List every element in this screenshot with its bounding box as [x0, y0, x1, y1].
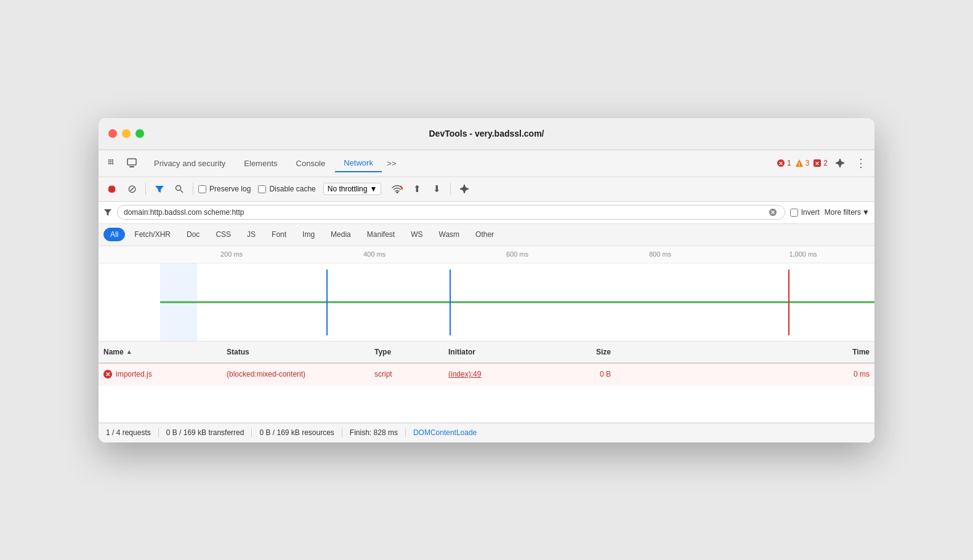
- more-filters-button[interactable]: More filters ▼: [825, 208, 870, 217]
- inspector-icon[interactable]: [123, 154, 140, 172]
- status-resources: 0 B / 169 kB resources: [252, 428, 342, 437]
- timeline-ruler: 200 ms 400 ms 600 ms 800 ms 1,000 ms: [99, 246, 874, 263]
- filter-icon[interactable]: [151, 180, 168, 198]
- col-header-type[interactable]: Type: [369, 348, 443, 356]
- col-header-status[interactable]: Status: [222, 348, 369, 356]
- more-options-icon[interactable]: ⋮: [852, 154, 870, 172]
- svg-rect-7: [110, 163, 111, 164]
- row-filename: imported.js: [116, 370, 152, 378]
- col-header-initiator[interactable]: Initiator: [443, 348, 554, 356]
- filter-type-doc[interactable]: Doc: [180, 228, 206, 241]
- timeline-area[interactable]: 200 ms 400 ms 600 ms 800 ms 1,000 ms: [99, 246, 874, 342]
- row-type: script: [369, 370, 443, 378]
- download-icon[interactable]: ⬇: [428, 180, 445, 198]
- filter-type-media[interactable]: Media: [324, 228, 358, 241]
- preserve-log-label[interactable]: Preserve log: [198, 185, 251, 193]
- filter-type-fetch[interactable]: Fetch/XHR: [127, 228, 177, 241]
- filter-type-img[interactable]: Img: [296, 228, 321, 241]
- svg-rect-8: [112, 163, 113, 164]
- record-button[interactable]: ⏺: [103, 180, 121, 198]
- tab-network[interactable]: Network: [335, 154, 382, 172]
- svg-rect-4: [110, 161, 111, 162]
- svg-rect-9: [127, 159, 136, 165]
- cursor-icon[interactable]: [103, 154, 121, 172]
- filter-type-css[interactable]: CSS: [209, 228, 238, 241]
- separator-2: [193, 183, 193, 195]
- row-time: 0 ms: [616, 370, 874, 378]
- traffic-lights: [108, 129, 144, 138]
- toolbar-settings-icon[interactable]: [456, 180, 473, 198]
- separator-3: [450, 183, 451, 195]
- more-tabs-icon[interactable]: >>: [383, 154, 400, 172]
- svg-text:!: !: [798, 161, 800, 167]
- error-badge: ✕ 1: [777, 159, 791, 167]
- ruler-mark-600: 600 ms: [446, 250, 589, 258]
- wifi-icon[interactable]: [389, 180, 406, 198]
- filter-type-js[interactable]: JS: [240, 228, 262, 241]
- invert-checkbox[interactable]: [790, 209, 798, 217]
- svg-text:✕: ✕: [778, 161, 783, 167]
- svg-point-17: [176, 186, 181, 191]
- ruler-mark-400: 400 ms: [303, 250, 446, 258]
- tab-console[interactable]: Console: [288, 155, 334, 172]
- filter-type-manifest[interactable]: Manifest: [360, 228, 402, 241]
- network-toolbar: ⏺ ⊘ Preserve log Disable cac: [99, 177, 874, 202]
- svg-line-18: [180, 190, 183, 193]
- filter-type-all[interactable]: All: [103, 228, 125, 241]
- table-empty-area: [99, 386, 874, 423]
- filter-type-other[interactable]: Other: [469, 228, 501, 241]
- disable-cache-label[interactable]: Disable cache: [258, 185, 315, 193]
- row-name: ✕ imported.js: [99, 370, 222, 378]
- tab-privacy-security[interactable]: Privacy and security: [145, 155, 234, 172]
- tab-bar: Privacy and security Elements Console Ne…: [99, 150, 874, 177]
- svg-rect-6: [108, 163, 110, 164]
- filter-bar: Invert More filters ▼: [99, 202, 874, 224]
- status-finish: Finish: 828 ms: [342, 428, 406, 437]
- timeline-marker-blue-1: [326, 270, 328, 335]
- filter-clear-icon[interactable]: [767, 207, 778, 218]
- tab-elements[interactable]: Elements: [235, 155, 286, 172]
- throttle-select[interactable]: No throttling ▼: [323, 183, 382, 195]
- svg-rect-5: [112, 161, 113, 162]
- devtools-window: DevTools - very.badssl.com/: [99, 118, 874, 442]
- search-icon[interactable]: [171, 180, 188, 198]
- devtools-panel: Privacy and security Elements Console Ne…: [99, 150, 874, 442]
- status-transferred: 0 B / 169 kB transferred: [159, 428, 252, 437]
- svg-rect-2: [112, 159, 113, 161]
- filter-type-wasm[interactable]: Wasm: [432, 228, 467, 241]
- table-header: Name ▲ Status Type Initiator Size Time: [99, 342, 874, 364]
- maximize-button[interactable]: [135, 129, 144, 138]
- svg-point-19: [397, 192, 398, 193]
- svg-rect-0: [108, 159, 110, 161]
- svg-rect-1: [110, 159, 111, 161]
- info-badge: ✕ 2: [813, 159, 828, 167]
- status-domcontent: DOMContentLoade: [406, 428, 484, 437]
- col-header-time[interactable]: Time: [616, 348, 874, 356]
- sort-arrow-name: ▲: [126, 348, 132, 355]
- filter-input-wrap[interactable]: [117, 205, 785, 220]
- devtools-settings-icon[interactable]: [831, 154, 849, 172]
- clear-button[interactable]: ⊘: [123, 180, 140, 198]
- minimize-button[interactable]: [122, 129, 131, 138]
- svg-text:✕: ✕: [815, 161, 820, 167]
- ruler-mark-200: 200 ms: [160, 250, 303, 258]
- devtools-icons: [103, 154, 145, 172]
- close-button[interactable]: [108, 129, 117, 138]
- row-initiator[interactable]: (index):49: [443, 370, 554, 378]
- invert-label[interactable]: Invert: [790, 208, 820, 217]
- disable-cache-checkbox[interactable]: [258, 185, 266, 193]
- col-header-name[interactable]: Name ▲: [99, 348, 222, 356]
- row-status: (blocked:mixed-content): [222, 370, 369, 378]
- filter-type-ws[interactable]: WS: [404, 228, 429, 241]
- filter-input[interactable]: [124, 208, 764, 217]
- table-row[interactable]: ✕ imported.js (blocked:mixed-content) sc…: [99, 364, 874, 386]
- window-title: DevTools - very.badssl.com/: [429, 129, 544, 138]
- upload-icon[interactable]: ⬆: [408, 180, 426, 198]
- col-header-size[interactable]: Size: [554, 348, 616, 356]
- filter-type-font[interactable]: Font: [265, 228, 293, 241]
- preserve-log-checkbox[interactable]: [198, 185, 206, 193]
- filter-right: Invert More filters ▼: [790, 208, 870, 217]
- timeline-marker-blue-2: [450, 270, 451, 335]
- ruler-mark-800: 800 ms: [589, 250, 732, 258]
- ruler-mark-1000: 1,000 ms: [732, 250, 874, 258]
